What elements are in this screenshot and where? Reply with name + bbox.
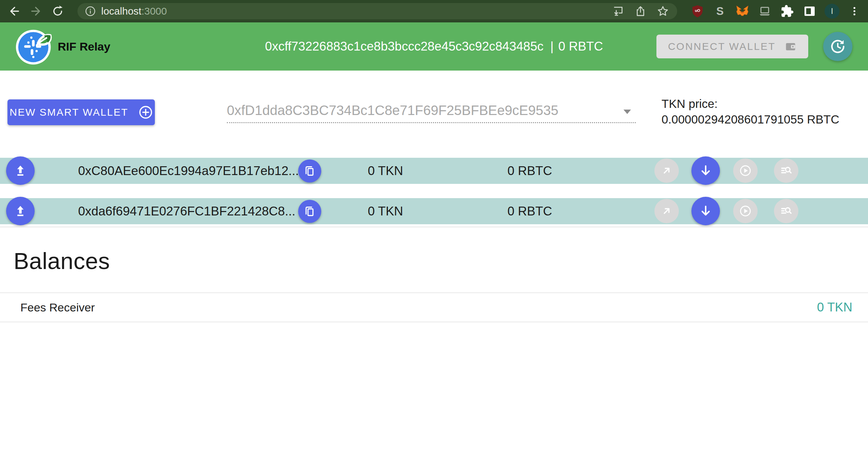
deploy-wallet-button[interactable] [6,197,35,225]
selected-wallet-address: 0xfD1dda8C3BC734Bc1C8e71F69F25BFBEe9cE95… [227,102,636,118]
update-refresh-icon [830,38,846,55]
back-icon [8,5,20,17]
smart-wallet-address: 0xda6f69471E0276FC1BF221428C8... [78,204,295,218]
account-separator: | [550,39,554,54]
deploy-wallet-button[interactable] [6,156,35,185]
browser-menu-button[interactable] [847,4,862,19]
url-bar[interactable]: localhost:3000 [77,3,677,19]
wallet-tkn-balance: 0 TKN [353,164,418,178]
metamask-fox-icon [735,4,749,18]
arrow-up-right-icon [661,205,673,217]
profile-button[interactable]: I [825,4,839,19]
new-smart-wallet-button[interactable]: NEW SMART WALLET [7,99,155,125]
balances-title: Balances [14,248,110,274]
app-header: RIF Relay 0xcff73226883c1ce8b3bccc28e45c… [0,22,868,71]
smart-wallet-row: 0xC80AEe600Ec1994a97E1B17eb12... 0 TKN 0… [0,158,868,184]
bookmark-button[interactable] [656,4,670,18]
token-price-value: 0.00000294208601791055 RBTC [662,112,839,127]
token-price: TKN price: 0.00000294208601791055 RBTC [662,96,839,127]
site-info-icon[interactable] [85,6,96,17]
side-panel-icon [803,4,816,18]
controls-row: NEW SMART WALLET 0xfD1dda8C3BC734Bc1C8e7… [0,99,868,127]
url-text: localhost:3000 [101,5,167,17]
fees-receiver-label: Fees Receiver [20,301,95,314]
surfshark-extension-button[interactable]: S [712,4,727,19]
play-circle-icon [739,164,752,177]
metamask-extension-button[interactable] [735,4,750,19]
side-panel-button[interactable] [802,4,817,19]
svg-text:uO: uO [695,8,700,13]
copy-icon [304,165,316,177]
laptop-icon [758,4,772,18]
install-app-button[interactable] [611,4,625,18]
receive-button[interactable] [691,197,720,225]
chevron-down-icon [623,110,631,114]
smart-wallet-row: 0xda6f69471E0276FC1BF221428C8... 0 TKN 0… [0,198,868,224]
kebab-menu-icon [849,5,860,17]
fees-receiver-row: Fees Receiver 0 TKN [0,292,868,322]
manage-search-icon [780,205,793,217]
url-port: :3000 [141,5,167,17]
browser-chrome: localhost:3000 uO [0,0,868,22]
arrow-down-icon [699,204,712,218]
extensions-area: uO S [683,4,862,19]
brand: RIF Relay [15,26,110,66]
inspect-logs-button[interactable] [774,199,798,223]
section-divider [0,227,868,227]
wallet-rbtc-balance: 0 RBTC [496,204,564,218]
arrow-down-icon [699,164,712,177]
install-app-icon [612,5,624,17]
header-actions: CONNECT WALLET [656,32,852,61]
rif-relay-logo-icon [15,26,54,66]
smart-wallet-address: 0xC80AEe600Ec1994a97E1B17eb12... [78,164,299,178]
upload-icon [14,204,27,218]
wallet-tkn-balance: 0 TKN [353,204,418,218]
share-icon [635,5,646,17]
profile-avatar: I [825,4,839,19]
execute-button[interactable] [733,199,758,223]
extensions-menu-button[interactable] [780,4,795,19]
arrow-up-right-icon [661,165,673,177]
screen-share-extension-button[interactable] [757,4,772,19]
transfer-button[interactable] [654,199,679,223]
copy-address-button[interactable] [298,159,321,183]
token-price-label: TKN price: [662,96,839,112]
account-address: 0xcff73226883c1ce8b3bccc28e45c3c92c84348… [265,39,543,54]
reload-icon [52,5,64,17]
svg-text:S: S [716,5,724,17]
back-button[interactable] [7,4,21,18]
puzzle-icon [780,4,794,18]
wallet-rbtc-balance: 0 RBTC [496,164,564,178]
wallet-icon [784,40,797,53]
surfshark-icon: S [713,4,727,18]
star-icon [657,5,669,17]
main-content: NEW SMART WALLET 0xfD1dda8C3BC734Bc1C8e7… [0,71,868,458]
connect-wallet-button[interactable]: CONNECT WALLET [656,35,808,58]
add-circle-icon [139,105,153,119]
account-summary: 0xcff73226883c1ce8b3bccc28e45c3c92c84348… [265,39,603,54]
fees-receiver-value: 0 TKN [817,300,852,314]
share-button[interactable] [634,4,647,18]
receive-button[interactable] [691,156,720,185]
inspect-logs-button[interactable] [774,158,798,183]
account-balance: 0 RBTC [558,39,603,54]
ublock-shield-icon: uO [691,4,704,18]
copy-address-button[interactable] [298,200,321,223]
reload-button[interactable] [51,4,65,18]
app-title: RIF Relay [58,40,110,53]
refresh-button[interactable] [823,32,852,61]
wallet-select-dropdown[interactable]: 0xfD1dda8C3BC734Bc1C8e71F69F25BFBEe9cE95… [227,102,636,123]
forward-icon [30,5,42,17]
upload-icon [14,164,27,177]
forward-button[interactable] [29,4,43,18]
copy-icon [304,205,316,217]
play-circle-icon [739,205,752,217]
ublock-extension-button[interactable]: uO [690,4,705,19]
execute-button[interactable] [733,158,758,183]
manage-search-icon [780,164,793,177]
url-host: localhost [101,5,141,17]
transfer-button[interactable] [654,158,679,183]
